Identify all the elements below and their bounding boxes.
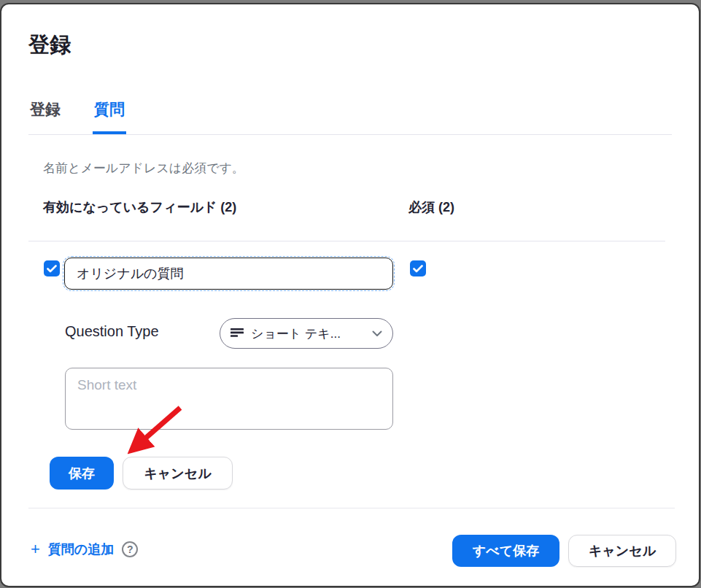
question-enabled-checkbox[interactable] bbox=[44, 260, 60, 276]
question-type-dropdown[interactable]: ショート テキ... bbox=[220, 318, 393, 349]
check-icon bbox=[413, 265, 423, 273]
footer-cancel-button[interactable]: キャンセル bbox=[568, 535, 676, 567]
question-title-input[interactable] bbox=[64, 258, 393, 290]
short-text-icon bbox=[231, 328, 244, 339]
question-type-value: ショート テキ... bbox=[251, 325, 365, 342]
column-headers: 有効になっているフィールド (2) 必須 (2) bbox=[43, 198, 672, 216]
add-question-link[interactable]: + 質問の追加 ? bbox=[31, 541, 138, 558]
add-question-label: 質問の追加 bbox=[48, 541, 114, 558]
question-type-label: Question Type bbox=[65, 323, 159, 340]
header-row-divider bbox=[28, 241, 665, 241]
plus-icon: + bbox=[31, 541, 40, 557]
page-title: 登録 bbox=[28, 31, 71, 60]
help-icon[interactable]: ? bbox=[122, 541, 138, 557]
answer-preview-textarea[interactable] bbox=[65, 368, 393, 430]
footer-divider bbox=[28, 508, 675, 508]
registration-dialog: 登録 登録 質問 名前とメールアドレスは必須です。 有効になっているフィールド … bbox=[0, 3, 700, 587]
required-fields-note: 名前とメールアドレスは必須です。 bbox=[43, 160, 244, 177]
check-icon bbox=[47, 265, 57, 273]
tab-registration[interactable]: 登録 bbox=[28, 99, 62, 134]
tab-questions[interactable]: 質問 bbox=[93, 99, 126, 134]
required-header: 必須 (2) bbox=[408, 198, 454, 216]
cancel-button[interactable]: キャンセル bbox=[123, 457, 233, 490]
tab-bar: 登録 質問 bbox=[28, 99, 672, 135]
question-required-checkbox[interactable] bbox=[410, 260, 426, 276]
enabled-fields-header: 有効になっているフィールド (2) bbox=[43, 200, 236, 214]
save-button[interactable]: 保存 bbox=[50, 457, 114, 490]
chevron-down-icon bbox=[372, 330, 382, 337]
save-all-button[interactable]: すべて保存 bbox=[452, 535, 559, 567]
